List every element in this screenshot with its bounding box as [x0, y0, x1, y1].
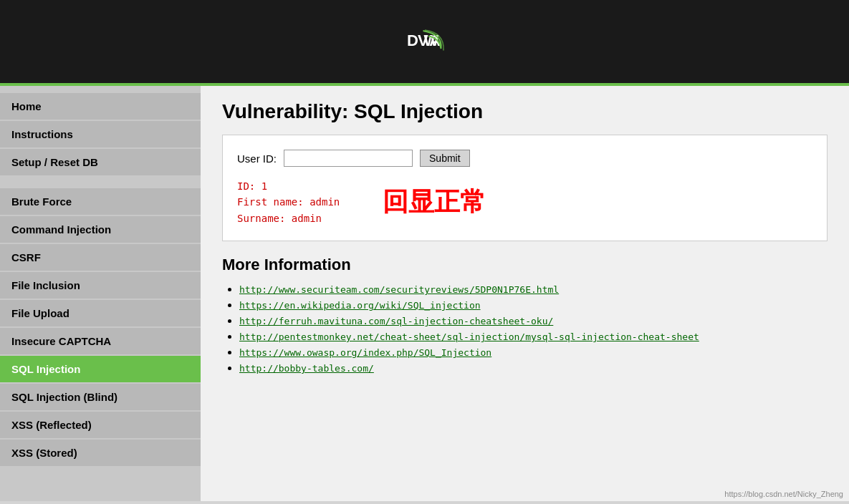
annotation: 回显正常	[383, 185, 486, 220]
sidebar-item-insecure-captcha[interactable]: Insecure CAPTCHA	[0, 328, 201, 354]
sidebar-item-sql-injection-blind[interactable]: SQL Injection (Blind)	[0, 384, 201, 410]
list-item: http://bobby-tables.com/	[239, 362, 828, 374]
dvwa-logo: DV A W	[403, 16, 446, 67]
form-box: User ID: Submit ID: 1 First name: admin …	[222, 135, 828, 241]
user-id-input[interactable]	[284, 150, 413, 167]
sidebar: Home Instructions Setup / Reset DB Brute…	[0, 86, 201, 501]
form-row: User ID: Submit	[237, 150, 812, 167]
sidebar-item-xss-stored[interactable]: XSS (Stored)	[0, 440, 201, 466]
list-item: https://en.wikipedia.org/wiki/SQL_inject…	[239, 299, 828, 311]
result-text: ID: 1 First name: admin Surname: admin	[237, 178, 340, 226]
links-list: http://www.securiteam.com/securityreview…	[222, 283, 828, 374]
sidebar-top-group: Home Instructions Setup / Reset DB	[0, 93, 201, 175]
result-surname-line: Surname: admin	[237, 210, 340, 226]
more-info-section: More Information http://www.securiteam.c…	[222, 256, 828, 374]
sidebar-item-brute-force[interactable]: Brute Force	[0, 188, 201, 215]
page-title: Vulnerability: SQL Injection	[222, 100, 828, 123]
more-info-title: More Information	[222, 256, 828, 274]
link-securiteam[interactable]: http://www.securiteam.com/securityreview…	[239, 284, 559, 295]
sidebar-item-file-inclusion[interactable]: File Inclusion	[0, 272, 201, 299]
sidebar-item-command-injection[interactable]: Command Injection	[0, 216, 201, 243]
result-id-line: ID: 1	[237, 178, 340, 194]
sidebar-item-setup-reset-db[interactable]: Setup / Reset DB	[0, 149, 201, 175]
link-pentestmonkey[interactable]: http://pentestmonkey.net/cheat-sheet/sql…	[239, 331, 699, 342]
link-bobby-tables[interactable]: http://bobby-tables.com/	[239, 363, 374, 374]
header: DV A W	[0, 0, 849, 86]
sidebar-vuln-group: Brute Force Command Injection CSRF File …	[0, 188, 201, 466]
sidebar-item-sql-injection[interactable]: SQL Injection	[0, 356, 201, 382]
result-first-name-line: First name: admin	[237, 194, 340, 210]
link-ferruh[interactable]: http://ferruh.mavituna.com/sql-injection…	[239, 316, 553, 326]
list-item: http://www.securiteam.com/securityreview…	[239, 283, 828, 296]
sidebar-item-xss-reflected[interactable]: XSS (Reflected)	[0, 412, 201, 438]
user-id-label: User ID:	[237, 152, 277, 165]
layout: Home Instructions Setup / Reset DB Brute…	[0, 86, 849, 501]
result-row: ID: 1 First name: admin Surname: admin 回…	[237, 178, 812, 226]
list-item: http://ferruh.mavituna.com/sql-injection…	[239, 314, 828, 327]
link-wikipedia[interactable]: https://en.wikipedia.org/wiki/SQL_inject…	[239, 300, 481, 311]
link-owasp[interactable]: https://www.owasp.org/index.php/SQL_Inje…	[239, 347, 491, 358]
sidebar-divider	[0, 181, 201, 188]
sidebar-item-instructions[interactable]: Instructions	[0, 121, 201, 147]
main-content: Vulnerability: SQL Injection User ID: Su…	[201, 86, 849, 501]
list-item: http://pentestmonkey.net/cheat-sheet/sql…	[239, 330, 828, 343]
sidebar-item-home[interactable]: Home	[0, 93, 201, 120]
watermark: https://blog.csdn.net/Nicky_Zheng	[724, 490, 843, 498]
list-item: https://www.owasp.org/index.php/SQL_Inje…	[239, 346, 828, 359]
sidebar-item-csrf[interactable]: CSRF	[0, 244, 201, 271]
sidebar-item-file-upload[interactable]: File Upload	[0, 300, 201, 326]
submit-button[interactable]: Submit	[420, 150, 470, 167]
